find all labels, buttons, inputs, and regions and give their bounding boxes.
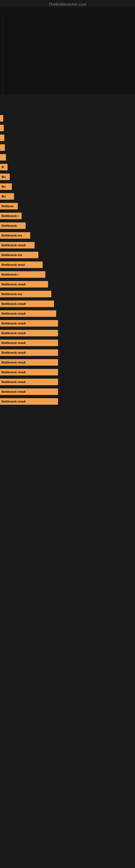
result-label: Bottleneck res bbox=[2, 234, 22, 237]
result-row: Bottleneck result bbox=[0, 367, 135, 377]
result-bar: Bo bbox=[0, 193, 14, 199]
result-row: Bottleneck result bbox=[0, 318, 135, 328]
result-bar: Bottleneck result bbox=[0, 281, 48, 287]
result-bar: Bottlene bbox=[0, 203, 18, 209]
result-bar: Bottleneck bbox=[0, 222, 26, 229]
result-label: Bottleneck bbox=[2, 224, 17, 227]
result-label: Bo bbox=[2, 185, 6, 188]
result-bar: Bo bbox=[0, 183, 12, 190]
result-bar: Bottleneck r bbox=[0, 213, 21, 219]
result-label: Bo bbox=[2, 175, 6, 179]
result-bar: Bottleneck result bbox=[0, 301, 54, 307]
result-row: Bo bbox=[0, 172, 135, 182]
result-row: Bottleneck result bbox=[0, 338, 135, 348]
chart-area bbox=[0, 8, 135, 94]
result-label: Bottleneck result bbox=[2, 332, 26, 335]
result-label: Bottleneck result bbox=[2, 312, 26, 315]
result-row: Bottleneck res bbox=[0, 289, 135, 299]
result-row bbox=[0, 152, 135, 162]
result-bar bbox=[0, 115, 3, 122]
site-title-bar: TheBottlenecker.com bbox=[0, 0, 135, 8]
result-bar: Bottleneck result bbox=[0, 359, 58, 366]
result-row bbox=[0, 123, 135, 133]
result-label: Bottleneck result bbox=[2, 351, 26, 354]
result-label: Bottleneck r bbox=[2, 214, 19, 218]
result-label: Bottleneck result bbox=[2, 244, 26, 247]
result-row: Bottleneck result bbox=[0, 397, 135, 406]
result-bar: Bottleneck result bbox=[0, 369, 58, 375]
result-row: Bottleneck result bbox=[0, 309, 135, 318]
chart-axis bbox=[3, 16, 3, 94]
result-bar: Bottleneck result bbox=[0, 389, 58, 395]
result-row: Bottleneck r bbox=[0, 211, 135, 221]
result-bar: Bo bbox=[0, 174, 10, 180]
result-row: Bottleneck result bbox=[0, 279, 135, 289]
result-label: Bottleneck result bbox=[2, 380, 26, 383]
result-bar: Bottleneck result bbox=[0, 379, 58, 385]
result-bar bbox=[0, 125, 4, 131]
result-bar: Bottleneck result bbox=[0, 398, 58, 405]
result-label: Bottleneck result bbox=[2, 302, 26, 305]
result-row: Bottleneck result bbox=[0, 387, 135, 397]
results-container: B Bo Bo Bo Bottlene Bottleneck r Bottlen… bbox=[0, 113, 135, 406]
result-label: Bottlene bbox=[2, 205, 13, 208]
result-bar: Bottleneck result bbox=[0, 349, 58, 356]
result-label: Bottleneck result bbox=[2, 400, 26, 403]
result-bar: Bottleneck result bbox=[0, 320, 58, 327]
result-row bbox=[0, 133, 135, 143]
result-row: Bo bbox=[0, 182, 135, 191]
result-bar bbox=[0, 134, 4, 141]
result-bar: Bottleneck res bbox=[0, 291, 51, 297]
result-bar: Bottleneck result bbox=[0, 340, 58, 346]
site-title: TheBottlenecker.com bbox=[0, 0, 135, 8]
result-label: Bottleneck result bbox=[2, 361, 26, 364]
result-bar: Bottleneck res bbox=[0, 232, 30, 239]
result-row: Bottleneck resul bbox=[0, 260, 135, 270]
result-bar: B bbox=[0, 164, 8, 170]
result-label: Bottleneck resul bbox=[2, 263, 25, 267]
result-row: Bottleneck r bbox=[0, 270, 135, 279]
result-label: Bo bbox=[2, 195, 6, 198]
result-row: Bottleneck result bbox=[0, 299, 135, 309]
result-label: Bottleneck result bbox=[2, 322, 26, 325]
result-row: Bottleneck res bbox=[0, 250, 135, 260]
result-row: Bottleneck res bbox=[0, 230, 135, 240]
result-label: Bottleneck r bbox=[2, 273, 19, 276]
result-label: Bottleneck result bbox=[2, 341, 26, 344]
result-bar bbox=[0, 154, 6, 161]
result-row: Bottleneck result bbox=[0, 358, 135, 367]
result-row: Bottleneck result bbox=[0, 377, 135, 387]
result-label: Bottleneck result bbox=[2, 390, 26, 393]
result-bar bbox=[0, 144, 5, 151]
result-bar: Bottleneck r bbox=[0, 271, 45, 278]
result-label: Bottleneck result bbox=[2, 283, 26, 286]
result-bar: Bottleneck res bbox=[0, 252, 38, 258]
result-row: Bottleneck result bbox=[0, 240, 135, 250]
result-row bbox=[0, 143, 135, 152]
result-row: Bottlene bbox=[0, 201, 135, 211]
result-bar: Bottleneck result bbox=[0, 330, 58, 336]
result-row: Bottleneck bbox=[0, 221, 135, 230]
result-label: Bottleneck res bbox=[2, 292, 22, 296]
result-bar: Bottleneck resul bbox=[0, 261, 43, 268]
section-spacer bbox=[0, 94, 135, 111]
result-row: Bo bbox=[0, 191, 135, 201]
result-row: Bottleneck result bbox=[0, 348, 135, 358]
result-bar: Bottleneck result bbox=[0, 310, 56, 317]
result-row: B bbox=[0, 162, 135, 172]
result-label: Bottleneck result bbox=[2, 371, 26, 374]
result-label: Bottleneck res bbox=[2, 253, 22, 257]
result-label: B bbox=[2, 165, 4, 169]
result-row: Bottleneck result bbox=[0, 328, 135, 338]
result-row bbox=[0, 113, 135, 123]
result-bar: Bottleneck result bbox=[0, 242, 35, 248]
